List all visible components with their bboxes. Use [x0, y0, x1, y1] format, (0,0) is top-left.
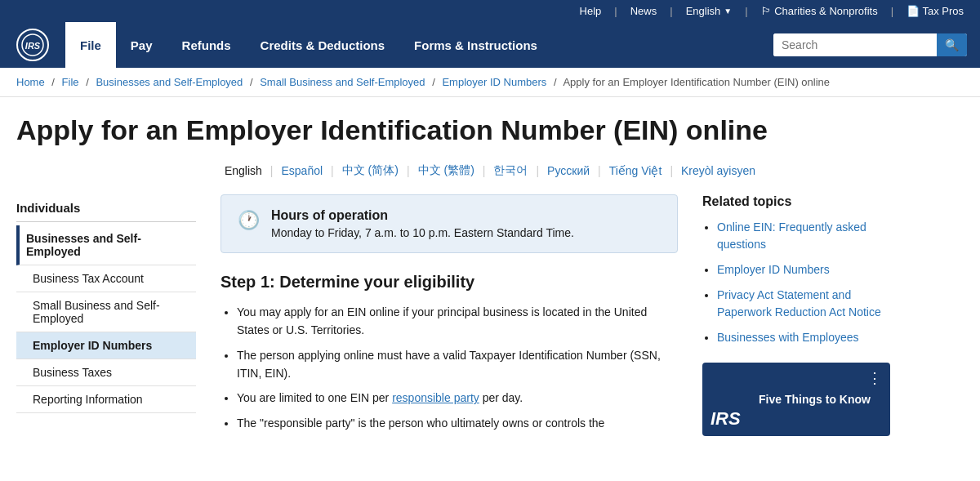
related-link-3[interactable]: Privacy Act Statement and Paperwork Redu…: [717, 288, 881, 318]
sidebar-item-reporting[interactable]: Reporting Information: [16, 386, 196, 413]
video-irs-logo: IRS: [710, 408, 741, 430]
bullet-1: You may apply for an EIN online if your …: [237, 303, 678, 340]
charities-link[interactable]: 🏳 Charities & Nonprofits: [761, 5, 878, 17]
clock-icon: 🕐: [238, 210, 260, 231]
video-menu-dots[interactable]: ⋮: [867, 369, 882, 387]
lang-english: English: [225, 164, 262, 177]
language-selector[interactable]: English ▼: [686, 5, 733, 17]
flag-icon: 🏳: [761, 5, 772, 17]
related-item-1: Online EIN: Frequently asked questions: [717, 219, 890, 253]
sidebar-item-businesses[interactable]: Businesses and Self-Employed: [16, 225, 196, 265]
breadcrumb-file[interactable]: File: [62, 76, 79, 88]
help-link[interactable]: Help: [580, 5, 602, 17]
lang-korean[interactable]: 한국어: [493, 163, 528, 178]
nav-item-refunds[interactable]: Refunds: [167, 22, 246, 68]
search-input[interactable]: [773, 33, 937, 56]
bullet-2: The person applying online must have a v…: [237, 346, 678, 383]
page-title-area: Apply for an Employer Identification Num…: [0, 97, 980, 155]
nav-item-pay[interactable]: Pay: [116, 22, 167, 68]
svg-text:IRS: IRS: [25, 41, 41, 51]
nav-items: File Pay Refunds Credits & Deductions Fo…: [65, 22, 760, 68]
hours-text: Monday to Friday, 7 a.m. to 10 p.m. East…: [271, 226, 574, 239]
lang-vietnamese[interactable]: Tiếng Việt: [609, 164, 662, 177]
related-link-4[interactable]: Businesses with Employees: [717, 331, 859, 344]
hours-title: Hours of operation: [271, 208, 574, 223]
bullet-4: The "responsible party" is the person wh…: [237, 414, 678, 432]
related-topics-title: Related topics: [702, 194, 890, 209]
page-title: Apply for an Employer Identification Num…: [16, 114, 964, 147]
irs-emblem: IRS: [16, 29, 49, 61]
breadcrumb-home[interactable]: Home: [16, 76, 45, 88]
related-item-3: Privacy Act Statement and Paperwork Redu…: [717, 287, 890, 321]
breadcrumb-businesses[interactable]: Businesses and Self-Employed: [96, 76, 243, 88]
step1-title: Step 1: Determine your eligibility: [220, 273, 678, 292]
sidebar-individuals-title: Individuals: [16, 194, 196, 222]
hours-box: 🕐 Hours of operation Monday to Friday, 7…: [220, 194, 678, 253]
nav-item-forms[interactable]: Forms & Instructions: [399, 22, 552, 68]
related-link-2[interactable]: Employer ID Numbers: [717, 263, 830, 276]
search-area: 🔍: [760, 22, 980, 68]
sidebar-item-small-business[interactable]: Small Business and Self-Employed: [16, 292, 196, 332]
step1-bullets: You may apply for an EIN online if your …: [220, 303, 678, 432]
sidebar-item-business-tax[interactable]: Business Tax Account: [16, 265, 196, 292]
content-area: Individuals Businesses and Self-Employed…: [0, 194, 980, 455]
breadcrumb-ein[interactable]: Employer ID Numbers: [442, 76, 546, 88]
logo-area: IRS: [0, 22, 65, 68]
nav-item-file[interactable]: File: [65, 22, 116, 68]
chevron-down-icon: ▼: [724, 7, 732, 16]
sidebar-item-ein[interactable]: Employer ID Numbers: [16, 332, 196, 359]
lang-chinese-simplified[interactable]: 中文 (简体): [342, 163, 399, 178]
search-box: 🔍: [773, 33, 967, 56]
breadcrumb: Home / File / Businesses and Self-Employ…: [0, 68, 980, 97]
related-topics-list: Online EIN: Frequently asked questions E…: [702, 219, 890, 346]
video-thumbnail[interactable]: IRS Five Things to Know ⋮: [702, 363, 890, 436]
responsible-party-link[interactable]: responsible party: [392, 391, 479, 404]
lang-creole[interactable]: Kreyòl ayisyen: [681, 164, 755, 177]
related-item-2: Employer ID Numbers: [717, 261, 890, 278]
language-bar: English | Español | 中文 (简体) | 中文 (繁體) | …: [0, 155, 980, 194]
search-button[interactable]: 🔍: [937, 33, 967, 56]
right-sidebar: Related topics Online EIN: Frequently as…: [702, 194, 890, 439]
lang-chinese-traditional[interactable]: 中文 (繁體): [418, 163, 474, 178]
sidebar-item-business-taxes[interactable]: Business Taxes: [16, 359, 196, 386]
related-link-1[interactable]: Online EIN: Frequently asked questions: [717, 220, 866, 251]
nav-item-credits[interactable]: Credits & Deductions: [246, 22, 400, 68]
related-item-4: Businesses with Employees: [717, 329, 890, 346]
sidebar: Individuals Businesses and Self-Employed…: [16, 194, 196, 439]
irs-logo: IRS: [16, 29, 49, 61]
main-nav: IRS File Pay Refunds Credits & Deduction…: [0, 22, 980, 68]
breadcrumb-small-business[interactable]: Small Business and Self-Employed: [260, 76, 425, 88]
top-utility-bar: Help | News | English ▼ | 🏳 Charities & …: [0, 0, 980, 22]
breadcrumb-current: Apply for an Employer Identification Num…: [563, 76, 830, 88]
bullet-3: You are limited to one EIN per responsib…: [237, 389, 678, 407]
document-icon: 📄: [906, 5, 920, 17]
main-content: 🕐 Hours of operation Monday to Friday, 7…: [220, 194, 678, 439]
lang-russian[interactable]: Русский: [547, 164, 590, 177]
news-link[interactable]: News: [630, 5, 657, 17]
tax-pros-link[interactable]: 📄 Tax Pros: [906, 5, 964, 17]
lang-espanol[interactable]: Español: [281, 164, 323, 177]
